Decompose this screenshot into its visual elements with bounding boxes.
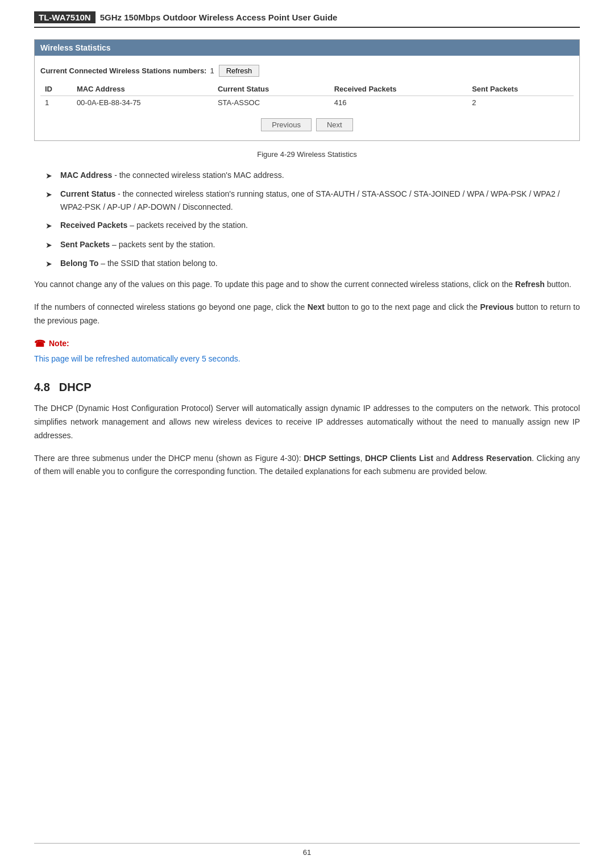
- bullet-status-label: Current Status: [60, 189, 115, 198]
- navigation-description: If the numbers of connected wireless sta…: [34, 301, 580, 328]
- refresh-button[interactable]: Refresh: [219, 65, 260, 77]
- bullet-sent: ➤ Sent Packets – packets sent by the sta…: [45, 238, 580, 251]
- cell-id: 1: [40, 96, 72, 110]
- col-id: ID: [40, 82, 72, 96]
- bullet-mac-label: MAC Address: [60, 171, 112, 180]
- station-count-label: Current Connected Wireless Stations numb…: [40, 67, 206, 75]
- previous-bold: Previous: [480, 302, 513, 312]
- bullet-arrow-icon: ➤: [45, 169, 52, 182]
- bullet-arrow-icon: ➤: [45, 219, 52, 232]
- bullet-arrow-icon: ➤: [45, 258, 52, 270]
- note-phone-icon: ☎: [34, 338, 45, 349]
- stats-table: ID MAC Address Current Status Received P…: [40, 82, 574, 109]
- col-mac: MAC Address: [72, 82, 213, 96]
- station-count-value: 1: [210, 67, 214, 75]
- stats-box-title: Wireless Statistics: [35, 40, 579, 56]
- section-heading-dhcp: 4.8DHCP: [34, 381, 580, 394]
- bullet-received-label: Received Packets: [60, 221, 127, 230]
- refresh-description: You cannot change any of the values on t…: [34, 278, 580, 292]
- table-row: 1 00-0A-EB-88-34-75 STA-ASSOC 416 2: [40, 96, 574, 110]
- bullet-belong-label: Belong To: [60, 259, 98, 268]
- dhcp-settings-bold: DHCP Settings: [304, 454, 360, 463]
- cell-mac: 00-0A-EB-88-34-75: [72, 96, 213, 110]
- page-number: 61: [303, 848, 311, 857]
- next-bold: Next: [308, 302, 325, 312]
- refresh-bold: Refresh: [515, 280, 545, 289]
- note-label-text: Note:: [49, 339, 69, 348]
- cell-sent: 2: [467, 96, 574, 110]
- bullet-arrow-icon: ➤: [45, 239, 52, 251]
- model-label: TL-WA7510N: [34, 11, 96, 23]
- address-reservation-bold: Address Reservation: [452, 454, 532, 463]
- note-label: ☎ Note:: [34, 338, 580, 349]
- dhcp-para1: The DHCP (Dynamic Host Configuration Pro…: [34, 402, 580, 442]
- bullet-belong: ➤ Belong To – the SSID that station belo…: [45, 257, 580, 270]
- page-header: TL-WA7510N 5GHz 150Mbps Outdoor Wireless…: [34, 11, 580, 28]
- cell-received: 416: [330, 96, 468, 110]
- col-status: Current Status: [213, 82, 330, 96]
- next-button[interactable]: Next: [316, 118, 353, 131]
- bullet-list: ➤ MAC Address - the connected wireless s…: [45, 169, 580, 270]
- bullet-status: ➤ Current Status - the connected wireles…: [45, 188, 580, 213]
- section-title: DHCP: [59, 381, 92, 393]
- note-text: This page will be refreshed automaticall…: [34, 352, 580, 365]
- bullet-mac: ➤ MAC Address - the connected wireless s…: [45, 169, 580, 182]
- figure-caption: Figure 4-29 Wireless Statistics: [34, 150, 580, 159]
- guide-title: 5GHz 150Mbps Outdoor Wireless Access Poi…: [100, 13, 338, 22]
- bullet-arrow-icon: ➤: [45, 188, 52, 201]
- cell-status: STA-ASSOC: [213, 96, 330, 110]
- stats-nav: Previous Next: [40, 115, 574, 135]
- note-section: ☎ Note: This page will be refreshed auto…: [34, 338, 580, 365]
- previous-button[interactable]: Previous: [261, 118, 312, 131]
- bullet-received: ➤ Received Packets – packets received by…: [45, 219, 580, 232]
- page-footer: 61: [34, 843, 580, 857]
- col-sent: Sent Packets: [467, 82, 574, 96]
- bullet-sent-label: Sent Packets: [60, 240, 110, 249]
- section-number: 4.8: [34, 381, 50, 393]
- col-received: Received Packets: [330, 82, 468, 96]
- wireless-statistics-box: Wireless Statistics Current Connected Wi…: [34, 39, 580, 141]
- dhcp-para2: There are three submenus under the DHCP …: [34, 452, 580, 479]
- dhcp-clients-bold: DHCP Clients List: [365, 454, 433, 463]
